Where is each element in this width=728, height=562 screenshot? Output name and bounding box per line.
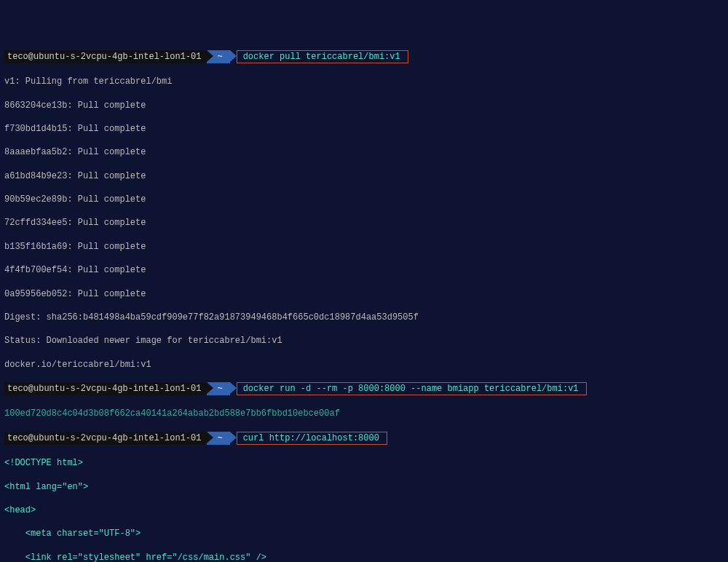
- pull-output: f730bd1d4b15: Pull complete: [4, 123, 724, 135]
- pull-ref: docker.io/tericcabrel/bmi:v1: [4, 359, 724, 371]
- pull-output: a61bd84b9e23: Pull complete: [4, 170, 724, 182]
- pull-output: 8aaaebfaa5b2: Pull complete: [4, 146, 724, 158]
- curl-output: <link rel="stylesheet" href="/css/main.c…: [4, 552, 724, 562]
- pull-status: Status: Downloaded newer image for teric…: [4, 335, 724, 347]
- pull-output: 4f4fb700ef54: Pull complete: [4, 264, 724, 276]
- pull-output: 72cffd334ee5: Pull complete: [4, 217, 724, 229]
- user-host: teco@ubuntu-s-2vcpu-4gb-intel-lon1-01: [4, 432, 207, 445]
- user-host: teco@ubuntu-s-2vcpu-4gb-intel-lon1-01: [4, 50, 207, 63]
- run-container-id: 100ed720d8c4c04d3b08f662ca40141a264abab2…: [4, 408, 724, 419]
- prompt-line-3: teco@ubuntu-s-2vcpu-4gb-intel-lon1-01 ~ …: [4, 432, 724, 445]
- prompt-line-2: teco@ubuntu-s-2vcpu-4gb-intel-lon1-01 ~ …: [4, 382, 724, 395]
- curl-output: <meta charset="UTF-8">: [4, 528, 724, 539]
- command-3[interactable]: curl http://localhost:8000: [242, 433, 381, 443]
- curl-output: <!DOCTYPE html>: [4, 457, 724, 469]
- command-1-box: docker pull tericcabrel/bmi:v1: [237, 50, 408, 63]
- pull-output: b135f16b1a69: Pull complete: [4, 241, 724, 253]
- command-2[interactable]: docker run -d --rm -p 8000:8000 --name b…: [242, 384, 580, 394]
- pull-output: 8663204ce13b: Pull complete: [4, 100, 724, 111]
- pull-output: v1: Pulling from tericcabrel/bmi: [4, 76, 724, 87]
- pull-output: 90b59ec2e89b: Pull complete: [4, 194, 724, 205]
- pull-output: 0a95956eb052: Pull complete: [4, 288, 724, 300]
- curl-output: <html lang="en">: [4, 481, 724, 493]
- user-host: teco@ubuntu-s-2vcpu-4gb-intel-lon1-01: [4, 382, 207, 395]
- command-3-box: curl http://localhost:8000: [237, 432, 387, 445]
- command-2-box: docker run -d --rm -p 8000:8000 --name b…: [237, 382, 587, 395]
- pull-digest: Digest: sha256:b481498a4ba59cdf909e77f82…: [4, 312, 724, 323]
- curl-output: <head>: [4, 504, 724, 516]
- command-1[interactable]: docker pull tericcabrel/bmi:v1: [242, 52, 402, 62]
- prompt-line-1: teco@ubuntu-s-2vcpu-4gb-intel-lon1-01 ~ …: [4, 50, 724, 63]
